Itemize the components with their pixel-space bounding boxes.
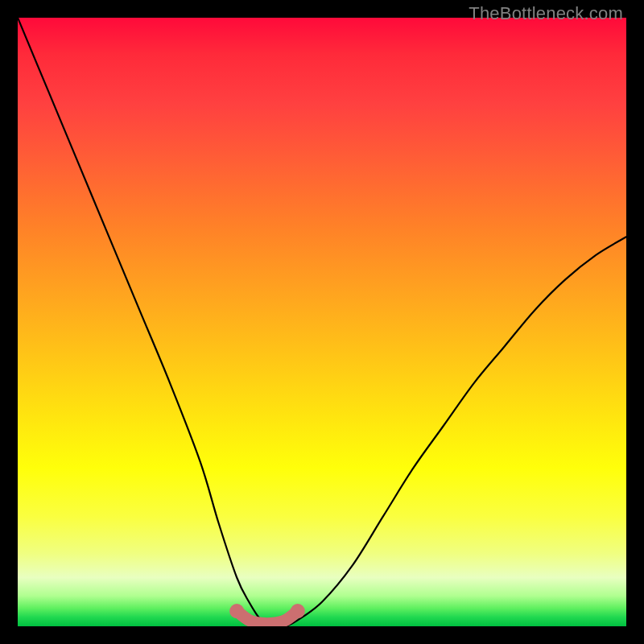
watermark-text: TheBottleneck.com	[469, 3, 623, 24]
bottleneck-curve	[18, 18, 626, 626]
plot-area	[18, 18, 626, 626]
chart-frame: TheBottleneck.com	[0, 0, 644, 644]
highlight-endpoint-dot	[291, 604, 305, 618]
flat-region-dots	[229, 604, 305, 618]
curve-svg	[18, 18, 626, 626]
highlight-endpoint-dot	[229, 604, 244, 618]
flat-region-highlight	[237, 611, 298, 624]
